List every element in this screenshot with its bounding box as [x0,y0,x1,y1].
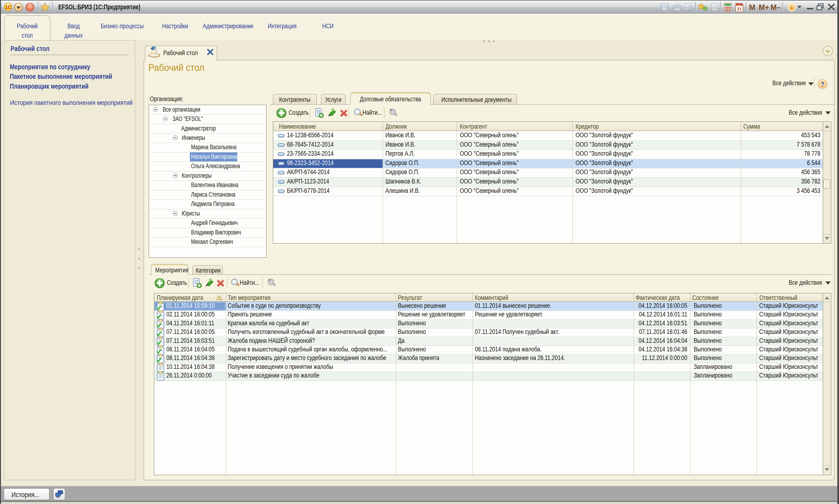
svg-text:i: i [791,4,792,10]
svg-text:31: 31 [737,7,742,11]
svg-text:?: ? [820,80,824,88]
svg-text:1С: 1С [5,4,11,10]
